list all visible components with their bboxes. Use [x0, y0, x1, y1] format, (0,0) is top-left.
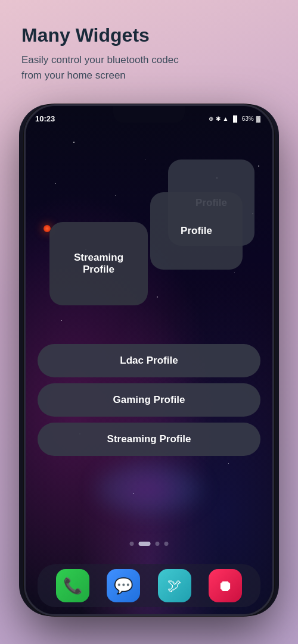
app-dock: 📞 💬 🕊 ⏺: [38, 564, 260, 607]
widget-front-label: StreamingProfile: [68, 246, 129, 282]
phone-screen: 10:23 ⊕ ✱ ▲ ▐▌ 63% ▓ Profile Profile: [26, 106, 272, 614]
dot-4: [164, 542, 169, 546]
phone-frame: 10:23 ⊕ ✱ ▲ ▐▌ 63% ▓ Profile Profile: [24, 104, 274, 616]
record-app-glyph: ⏺: [218, 577, 233, 595]
streaming-profile-label: Streaming Profile: [107, 433, 191, 445]
battery-text: 63%: [242, 115, 254, 122]
dot-2-active: [139, 542, 151, 546]
status-time: 10:23: [35, 114, 55, 123]
widget-mid-label: Profile: [175, 219, 218, 243]
phone-app-icon[interactable]: 📞: [56, 569, 89, 602]
phone-container: 10:23 ⊕ ✱ ▲ ▐▌ 63% ▓ Profile Profile: [24, 104, 274, 616]
nebula-effect: [89, 459, 209, 519]
subtitle-line1: Easily control your bluetooth codec: [21, 54, 179, 65]
ldac-profile-button[interactable]: Ldac Profile: [38, 344, 260, 377]
header-section: Many Widgets Easily control your bluetoo…: [0, 0, 298, 95]
bird-app-glyph: 🕊: [167, 577, 182, 594]
dot-3: [156, 542, 160, 546]
bluetooth-icon: ✱: [216, 115, 221, 122]
status-icons: ⊕ ✱ ▲ ▐▌ 63% ▓: [209, 115, 260, 122]
battery-icon: ▓: [256, 115, 260, 122]
streaming-profile-button[interactable]: Streaming Profile: [38, 423, 260, 456]
gaming-profile-label: Gaming Profile: [113, 394, 185, 405]
messages-app-icon[interactable]: 💬: [107, 569, 140, 602]
gaming-profile-button[interactable]: Gaming Profile: [38, 383, 260, 417]
wifi-icon: ▲: [223, 115, 229, 122]
notch: [113, 106, 185, 123]
subtitle-line2: from your home screen: [21, 70, 126, 81]
dots-indicator: [130, 542, 169, 546]
bird-app-icon[interactable]: 🕊: [158, 569, 191, 602]
signal-icon: ▐▌: [231, 115, 240, 122]
ldac-profile-label: Ldac Profile: [120, 355, 178, 366]
widgets-area: Profile Profile StreamingProfile: [38, 154, 260, 332]
messages-app-glyph: 💬: [114, 577, 133, 595]
dot-1: [130, 542, 134, 546]
main-title: Many Widgets: [21, 24, 277, 46]
phone-app-glyph: 📞: [63, 577, 82, 595]
network-icon: ⊕: [209, 115, 213, 122]
subtitle: Easily control your bluetooth codec from…: [21, 52, 277, 83]
widget-card-front[interactable]: StreamingProfile: [49, 222, 148, 305]
widget-card-mid[interactable]: Profile: [150, 192, 243, 270]
profile-buttons: Ldac Profile Gaming Profile Streaming Pr…: [38, 344, 260, 456]
record-app-icon[interactable]: ⏺: [209, 569, 242, 602]
